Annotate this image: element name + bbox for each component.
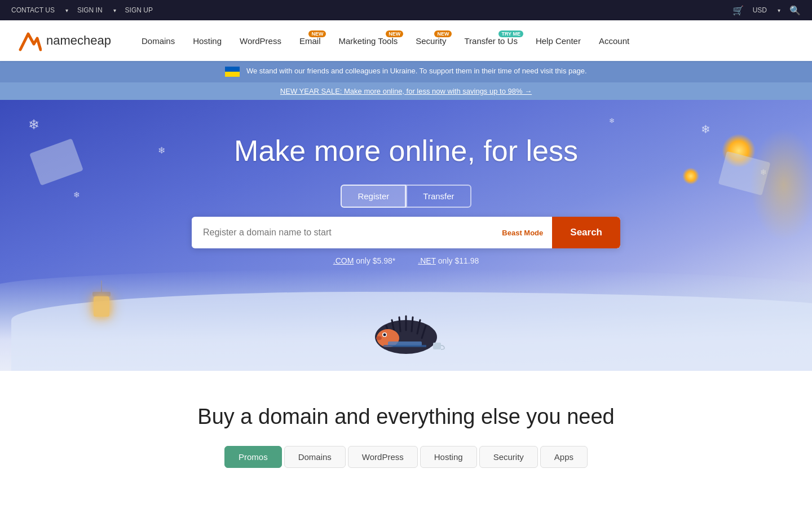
snowflake-6: ❄ [609, 117, 615, 125]
currency-chevron-icon: ▾ [778, 7, 780, 14]
nav-item-hosting[interactable]: Hosting [185, 32, 230, 50]
star-glow-2 [682, 168, 699, 185]
hedgehog-mascot [350, 292, 462, 360]
sale-banner-link[interactable]: NEW YEAR SALE: Make more online, for les… [280, 87, 532, 95]
search-icon[interactable]: 🔍 [789, 5, 801, 16]
snowflake-4: ❄ [701, 122, 710, 136]
topbar: CONTACT US▾ SIGN IN▾ SIGN UP 🛒 USD▾ 🔍 [0, 0, 812, 20]
email-new-badge: NEW [308, 30, 326, 37]
svg-line-2 [399, 317, 400, 331]
sign-in-link[interactable]: SIGN IN [77, 6, 103, 14]
com-link[interactable]: .COM [333, 256, 354, 265]
cat-tab-promos[interactable]: Promos [224, 446, 282, 468]
cat-tab-apps[interactable]: Apps [540, 446, 588, 468]
nav-item-security[interactable]: NEW Security [408, 32, 454, 50]
envelope-right [718, 151, 771, 196]
nav-label-marketing: Marketing Tools [338, 36, 398, 46]
topbar-left: CONTACT US▾ SIGN IN▾ SIGN UP [11, 6, 153, 14]
domain-search-input[interactable] [192, 218, 493, 247]
security-new-badge: NEW [434, 30, 452, 37]
nav-label-email: Email [299, 36, 321, 46]
currency-selector[interactable]: USD [753, 6, 767, 14]
cat-tab-domains[interactable]: Domains [284, 446, 346, 468]
section-buy: Buy a domain and everything else you nee… [0, 371, 812, 491]
svg-point-10 [383, 334, 386, 336]
cat-tab-wordpress[interactable]: WordPress [348, 446, 418, 468]
com-hint: .COM only $5.98* [333, 256, 396, 265]
ukraine-banner: We stand with our friends and colleagues… [0, 61, 812, 82]
svg-rect-14 [433, 343, 441, 349]
svg-point-11 [376, 336, 382, 340]
ukraine-text: We stand with our friends and colleagues… [246, 67, 566, 75]
nav-label-domains: Domains [142, 36, 175, 46]
contact-us-link[interactable]: CONTACT US [11, 6, 55, 14]
logo-text: namecheap [46, 33, 111, 48]
nav-item-transfer[interactable]: TRY ME Transfer to Us [456, 32, 525, 50]
nav-label-transfer: Transfer to Us [464, 36, 517, 46]
navbar: namecheap Domains Hosting WordPress NEW … [0, 20, 812, 61]
transfer-tryme-badge: TRY ME [498, 30, 523, 37]
search-bar: Beast Mode Search [192, 217, 620, 248]
ukraine-page-link[interactable]: page [568, 67, 585, 75]
search-tabs: Register Transfer [341, 185, 471, 208]
net-link[interactable]: .NET [418, 256, 436, 265]
contact-chevron-icon: ▾ [65, 7, 68, 14]
logo-icon [17, 28, 42, 53]
ukraine-flag [225, 67, 240, 77]
marketing-new-badge: NEW [386, 30, 403, 37]
tab-register[interactable]: Register [341, 185, 406, 208]
nav-item-wordpress[interactable]: WordPress [232, 32, 289, 50]
net-hint: .NET only $11.98 [418, 256, 479, 265]
nav-label-wordpress: WordPress [240, 36, 281, 46]
hero-section: ❄ ❄ ❄ ❄ ❄ ❄ Make more online, for less R… [0, 100, 812, 371]
category-tabs: Promos Domains WordPress Hosting Securit… [11, 446, 801, 468]
nav-label-help: Help Center [536, 36, 581, 46]
topbar-right: 🛒 USD▾ 🔍 [732, 5, 801, 16]
nav-label-security: Security [416, 36, 446, 46]
nav-item-email[interactable]: NEW Email [292, 32, 329, 50]
nav-label-account: Account [599, 36, 629, 46]
domain-hints: .COM only $5.98* .NET only $11.98 [333, 256, 479, 265]
nav-label-hosting: Hosting [193, 36, 222, 46]
hero-title: Make more online, for less [234, 134, 578, 168]
svg-rect-13 [383, 345, 426, 347]
cat-tab-hosting[interactable]: Hosting [420, 446, 477, 468]
nav-item-marketing[interactable]: NEW Marketing Tools [330, 32, 405, 50]
signin-chevron-icon: ▾ [113, 7, 116, 14]
sign-up-link[interactable]: SIGN UP [125, 6, 153, 14]
nav-items: Domains Hosting WordPress NEW Email NEW … [134, 32, 795, 50]
com-price: only $5.98* [356, 256, 395, 265]
cart-icon[interactable]: 🛒 [732, 5, 744, 16]
nav-item-domains[interactable]: Domains [134, 32, 183, 50]
cat-tab-security[interactable]: Security [479, 446, 538, 468]
nav-item-account[interactable]: Account [591, 32, 637, 50]
search-button[interactable]: Search [552, 217, 620, 248]
nav-item-help[interactable]: Help Center [528, 32, 589, 50]
svg-line-4 [412, 317, 413, 331]
net-price: only $11.98 [438, 256, 479, 265]
tab-transfer[interactable]: Transfer [406, 185, 471, 208]
snowflake-3: ❄ [73, 190, 80, 199]
beast-mode-button[interactable]: Beast Mode [493, 229, 552, 237]
snowflake-1: ❄ [28, 117, 39, 133]
snowflake-2: ❄ [158, 145, 165, 156]
section-title: Buy a domain and everything else you nee… [11, 405, 801, 429]
envelope-left [29, 138, 83, 186]
logo-link[interactable]: namecheap [17, 28, 111, 53]
sale-banner: NEW YEAR SALE: Make more online, for les… [0, 82, 812, 100]
